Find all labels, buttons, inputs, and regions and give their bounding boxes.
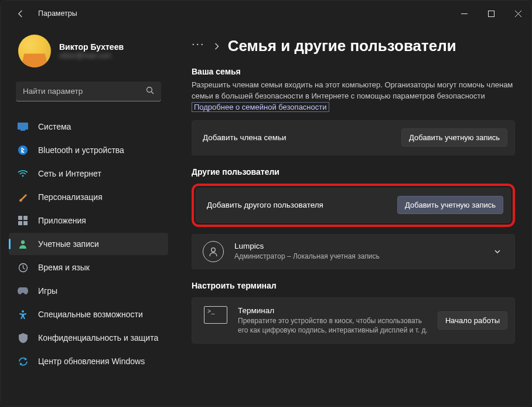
- add-other-user-card: Добавить другого пользователя Добавить у…: [196, 188, 511, 223]
- family-heading: Ваша семья: [192, 67, 515, 76]
- avatar: [18, 35, 51, 67]
- main-content: ··· Семья и другие пользователи Ваша сем…: [176, 26, 531, 406]
- nav: Система Bluetooth и устройства Сеть и Ин…: [5, 116, 172, 372]
- svg-line-5: [151, 91, 154, 94]
- shield-icon: [17, 332, 29, 344]
- arrow-left-icon: [16, 9, 25, 18]
- window-title: Параметры: [38, 9, 77, 18]
- back-button[interactable]: [11, 4, 30, 23]
- close-icon: [515, 11, 521, 17]
- other-user-sub: Администратор – Локальная учетная запись: [234, 252, 380, 261]
- sidebar-item-network[interactable]: Сеть и Интернет: [9, 162, 168, 185]
- update-icon: [17, 355, 29, 367]
- monitor-icon: [17, 121, 29, 133]
- svg-rect-10: [18, 216, 22, 220]
- accessibility-icon: [17, 308, 29, 320]
- add-other-user-button[interactable]: Добавить учетную запись: [397, 196, 503, 214]
- profile-block[interactable]: Виктор Бухтеев viktor@mail.com: [5, 30, 172, 74]
- person-icon: [17, 238, 29, 250]
- other-user-row[interactable]: Lumpics Администратор – Локальная учетна…: [192, 234, 515, 269]
- chevron-right-icon: [213, 42, 220, 50]
- sidebar-item-apps[interactable]: Приложения: [9, 209, 168, 232]
- sidebar-item-label: Приложения: [38, 216, 86, 225]
- maximize-button[interactable]: [478, 4, 504, 23]
- kiosk-start-button[interactable]: Начало работы: [438, 311, 507, 330]
- sidebar-item-privacy[interactable]: Конфиденциальность и защита: [9, 327, 168, 349]
- sidebar-item-label: Центр обновления Windows: [38, 357, 145, 366]
- chevron-down-icon: [493, 247, 502, 256]
- search-icon: [146, 86, 154, 96]
- sidebar-item-label: Bluetooth и устройства: [38, 145, 124, 155]
- svg-rect-1: [488, 11, 494, 16]
- svg-rect-6: [18, 123, 28, 130]
- kiosk-desc: Превратите это устройство в киоск, чтобы…: [238, 316, 431, 335]
- family-description: Разрешить членам семьи входить на этот к…: [192, 80, 515, 113]
- section-kiosk: Настроить терминал Терминал Превратите э…: [192, 281, 515, 344]
- family-desc-text: Разрешить членам семьи входить на этот к…: [192, 80, 513, 100]
- svg-rect-11: [23, 216, 28, 220]
- minimize-button[interactable]: [451, 4, 478, 23]
- sidebar-item-label: Учетные записи: [38, 239, 99, 249]
- svg-rect-7: [21, 130, 25, 131]
- search-input[interactable]: [23, 87, 146, 96]
- sidebar-item-label: Специальные возможности: [38, 310, 143, 319]
- add-family-card: Добавить члена семьи Добавить учетную за…: [192, 120, 515, 155]
- sidebar-item-bluetooth[interactable]: Bluetooth и устройства: [9, 139, 168, 161]
- sidebar-item-personalization[interactable]: Персонализация: [9, 186, 168, 208]
- page-title: Семья и другие пользователи: [228, 37, 456, 55]
- bluetooth-icon: [17, 144, 29, 156]
- add-other-user-label: Добавить другого пользователя: [207, 201, 323, 209]
- clock-globe-icon: [17, 262, 29, 273]
- breadcrumb-overflow[interactable]: ···: [192, 37, 205, 55]
- svg-point-17: [212, 247, 216, 252]
- sidebar-item-system[interactable]: Система: [9, 116, 168, 138]
- minimize-icon: [461, 11, 468, 17]
- kiosk-title: Терминал: [238, 306, 431, 315]
- family-safety-link[interactable]: Подробнее о семейной безопасности: [192, 102, 329, 112]
- sidebar-item-label: Сеть и Интернет: [38, 169, 101, 178]
- section-other-users: Другие пользователи Добавить другого пол…: [192, 167, 515, 269]
- highlight-annotation: Добавить другого пользователя Добавить у…: [192, 184, 515, 227]
- sidebar-item-label: Конфиденциальность и защита: [38, 333, 158, 342]
- add-family-account-button[interactable]: Добавить учетную запись: [401, 128, 507, 147]
- sidebar: Виктор Бухтеев viktor@mail.com Система: [1, 26, 176, 406]
- sidebar-item-label: Система: [38, 122, 71, 131]
- sidebar-item-time-language[interactable]: Время и язык: [9, 256, 168, 279]
- brush-icon: [17, 191, 29, 203]
- sidebar-item-accessibility[interactable]: Специальные возможности: [9, 303, 168, 325]
- other-user-name: Lumpics: [234, 242, 380, 250]
- svg-point-14: [21, 240, 25, 244]
- wifi-icon: [17, 168, 29, 179]
- sidebar-item-label: Время и язык: [38, 263, 90, 272]
- sidebar-item-gaming[interactable]: Игры: [9, 280, 168, 302]
- profile-name: Виктор Бухтеев: [59, 42, 124, 52]
- sidebar-item-label: Игры: [38, 286, 57, 296]
- sidebar-item-accounts[interactable]: Учетные записи: [9, 233, 168, 255]
- profile-email: viktor@mail.com: [59, 52, 124, 60]
- sidebar-item-label: Персонализация: [38, 192, 103, 202]
- section-family: Ваша семья Разрешить членам семьи входит…: [192, 67, 515, 155]
- add-family-label: Добавить члена семьи: [203, 133, 287, 142]
- titlebar: Параметры: [1, 1, 531, 26]
- close-button[interactable]: [504, 4, 531, 23]
- user-icon: [203, 241, 224, 262]
- svg-rect-12: [18, 221, 22, 225]
- gamepad-icon: [17, 285, 29, 297]
- svg-point-16: [22, 310, 24, 313]
- maximize-icon: [488, 11, 495, 17]
- other-users-heading: Другие пользователи: [192, 167, 515, 177]
- search-box[interactable]: [16, 82, 161, 101]
- kiosk-icon: [204, 306, 227, 324]
- svg-point-4: [147, 87, 152, 93]
- svg-rect-13: [23, 221, 28, 225]
- kiosk-card: Терминал Превратите это устройство в кио…: [192, 297, 515, 344]
- kiosk-heading: Настроить терминал: [192, 281, 515, 290]
- svg-point-9: [22, 175, 24, 177]
- expand-button[interactable]: [487, 242, 507, 262]
- apps-icon: [17, 215, 29, 226]
- sidebar-item-windows-update[interactable]: Центр обновления Windows: [9, 350, 168, 372]
- breadcrumb: ··· Семья и другие пользователи: [192, 37, 515, 55]
